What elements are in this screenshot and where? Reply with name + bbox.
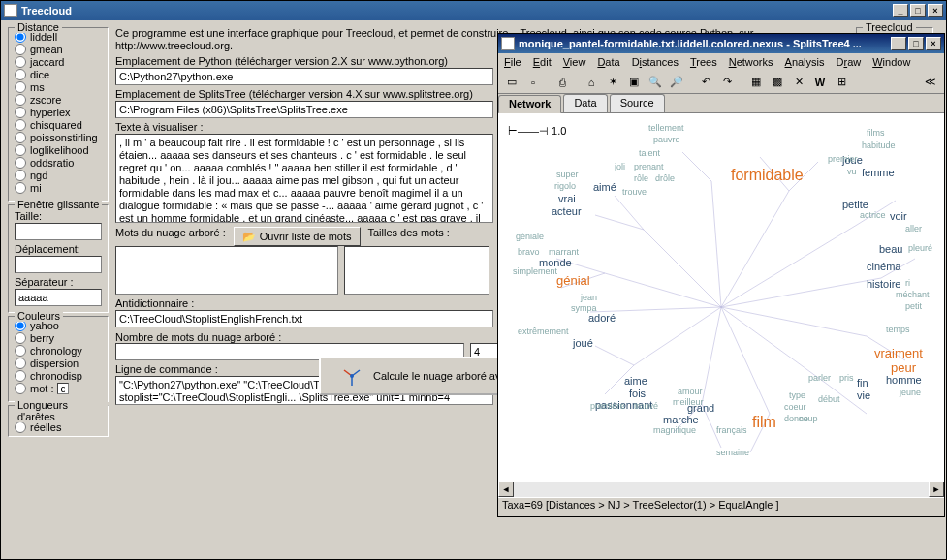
tab-data[interactable]: Data: [563, 94, 607, 112]
minimize-button[interactable]: _: [893, 4, 908, 17]
splits-minimize-button[interactable]: _: [891, 37, 906, 50]
grid-icon[interactable]: ⊞: [832, 73, 851, 92]
word-fois: fois: [629, 388, 646, 399]
word-drole: drôle: [655, 173, 675, 183]
radio-ngd[interactable]: [15, 170, 26, 181]
radio-mot[interactable]: [15, 383, 26, 394]
menu-networks[interactable]: Networks: [729, 56, 773, 68]
menu-edit[interactable]: Edit: [533, 56, 552, 68]
menu-distances[interactable]: Distances: [632, 56, 679, 68]
word-habitude: habitude: [862, 140, 896, 150]
tab-network[interactable]: Network: [498, 95, 561, 113]
radio-poissonstirling[interactable]: [15, 132, 26, 143]
word-cinema: cinéma: [867, 261, 900, 272]
radio-oddsratio[interactable]: [15, 157, 26, 169]
layout1-icon[interactable]: ▦: [746, 73, 766, 92]
print-icon[interactable]: ⎙: [552, 73, 572, 92]
word-premier: premier: [828, 154, 858, 164]
word-prenant: prenant: [634, 162, 664, 171]
word-vu: vu: [847, 167, 857, 176]
fenetre-group: Fenêtre glissante Taille: Déplacement: S…: [8, 204, 109, 313]
menu-file[interactable]: File: [504, 56, 521, 68]
svg-line-15: [711, 181, 721, 307]
treecloud-titlebar: Treecloud _ □ ×: [1, 1, 946, 20]
horizontal-scrollbar[interactable]: ◄ ►: [498, 482, 944, 497]
menu-trees[interactable]: Trees: [690, 56, 717, 68]
menu-window[interactable]: Window: [872, 56, 910, 68]
taille-input[interactable]: [15, 223, 102, 240]
word-bravo: bravo: [518, 247, 540, 257]
python-path-input[interactable]: [115, 68, 493, 85]
radio-chronodisp[interactable]: [15, 370, 26, 382]
radio-dice[interactable]: [15, 69, 26, 80]
word-super: super: [556, 170, 579, 179]
separateur-input[interactable]: [15, 289, 102, 306]
word-coup: coup: [799, 414, 818, 423]
toolbar: ▭ ▫ ⎙ ⌂ ✶ ▣ 🔍 🔎 ↶ ↷ ▦ ▩ ✕ W ⊞ ≪: [498, 71, 944, 94]
mots-textarea[interactable]: [115, 246, 338, 295]
radio-berry[interactable]: [15, 332, 26, 344]
word-acteur: acteur: [552, 205, 582, 217]
zoomout-icon[interactable]: 🔎: [667, 73, 686, 92]
radio-reelles[interactable]: [15, 421, 26, 433]
svg-line-8: [702, 307, 721, 404]
word-jeune: jeune: [900, 388, 921, 397]
radio-gmean[interactable]: [15, 44, 26, 55]
word-homme: homme: [886, 374, 922, 386]
word-genial: génial: [556, 273, 590, 288]
redo-icon[interactable]: ↷: [717, 73, 737, 92]
network-canvas[interactable]: ⊢——⊣ 1.0 formidable acteur génial film v…: [498, 113, 944, 482]
ouvrir-liste-button[interactable]: 📂 Ouvrir liste de mots: [234, 227, 361, 246]
texte-textarea[interactable]: , il m ' a beaucoup fait rire . il est f…: [115, 134, 493, 223]
scale-label: ⊢——⊣ 1.0: [508, 125, 566, 138]
deplacement-input[interactable]: [15, 256, 102, 273]
radio-jaccard[interactable]: [15, 56, 26, 68]
zoomin-icon[interactable]: 🔍: [646, 73, 665, 92]
word-simplement: simplement: [513, 266, 557, 276]
mot-input[interactable]: [57, 383, 69, 394]
splits-maximize-button[interactable]: □: [908, 37, 924, 50]
tab-source[interactable]: Source: [610, 94, 665, 112]
save-icon[interactable]: ▫: [523, 73, 543, 92]
splits-close-button[interactable]: ×: [926, 37, 941, 50]
word-debut: début: [818, 394, 840, 404]
close-button[interactable]: ×: [928, 4, 943, 17]
svg-line-5: [605, 273, 721, 307]
more-icon[interactable]: ≪: [921, 73, 940, 92]
svg-line-20: [595, 346, 634, 365]
scroll-right-icon[interactable]: ►: [929, 482, 944, 497]
word-semaine: semaine: [716, 448, 749, 457]
tree-icon[interactable]: ✕: [789, 73, 808, 92]
menu-data[interactable]: Data: [597, 56, 619, 68]
window-title: Treecloud: [21, 5, 72, 16]
word-coeur: coeur: [784, 402, 806, 412]
maximize-button[interactable]: □: [910, 4, 926, 17]
antidico-input[interactable]: [115, 310, 493, 327]
radio-mi[interactable]: [15, 182, 26, 194]
find-icon[interactable]: ✶: [603, 73, 622, 92]
radio-zscore[interactable]: [15, 94, 26, 106]
radio-dispersion[interactable]: [15, 358, 26, 369]
menu-view[interactable]: View: [563, 56, 586, 68]
menu-draw[interactable]: Draw: [837, 56, 862, 68]
radio-chisquared[interactable]: [15, 119, 26, 131]
tailles-textarea[interactable]: [344, 246, 489, 295]
word-vrai: vrai: [558, 193, 576, 204]
radio-ms[interactable]: [15, 81, 26, 93]
w-icon[interactable]: W: [810, 73, 830, 92]
fit-icon[interactable]: ▣: [624, 73, 644, 92]
svg-line-31: [682, 152, 711, 181]
radio-loglikelihood[interactable]: [15, 144, 26, 156]
radio-hyperlex[interactable]: [15, 107, 26, 118]
undo-icon[interactable]: ↶: [696, 73, 715, 92]
splitstree-path-input[interactable]: [115, 101, 493, 118]
radio-chronology[interactable]: [15, 345, 26, 357]
layout2-icon[interactable]: ▩: [768, 73, 787, 92]
word-jean: jean: [581, 293, 597, 302]
distance-group: Distance liddell gmean jaccard dice ms z…: [8, 27, 109, 202]
home-icon[interactable]: ⌂: [582, 73, 601, 92]
word-vraiment: vraiment: [874, 346, 923, 360]
open-icon[interactable]: ▭: [502, 73, 521, 92]
scroll-left-icon[interactable]: ◄: [498, 482, 514, 497]
menu-analysis[interactable]: Analysis: [785, 56, 825, 68]
